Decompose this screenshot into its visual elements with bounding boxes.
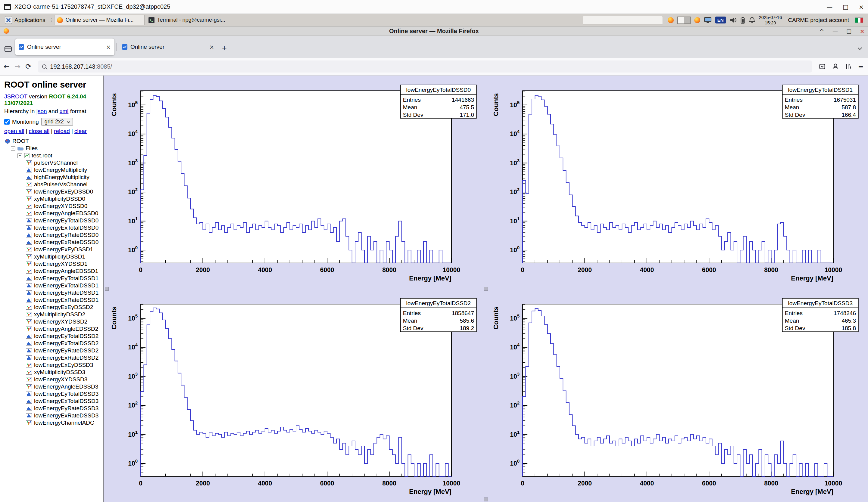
tab-overview-icon[interactable] (4, 45, 12, 53)
tree-item-lowEnergyExEyDSSD2[interactable]: lowEnergyExEyDSSD2 (4, 304, 103, 311)
action-link-clear[interactable]: clear (74, 128, 87, 134)
new-tab-button[interactable]: + (222, 44, 227, 53)
histogram-canvas[interactable]: 1001011021031041050200040006000800010000… (104, 289, 486, 502)
library-icon[interactable] (845, 63, 852, 70)
applications-menu-button[interactable]: Applications (2, 15, 48, 25)
splitter-handle[interactable] (484, 287, 488, 291)
tab-close-icon[interactable]: × (209, 44, 214, 50)
tree-item-lowEnergyXYDSSD2[interactable]: lowEnergyXYDSSD2 (4, 318, 103, 325)
list-all-tabs-button[interactable] (858, 45, 861, 51)
display-settings-icon[interactable] (704, 17, 712, 24)
tree-item-lowEnergyEyTotalDSSD2[interactable]: lowEnergyEyTotalDSSD2 (4, 333, 103, 340)
tree-item-lowEnergyExRateDSSD0[interactable]: lowEnergyExRateDSSD0 (4, 239, 103, 246)
stats-box[interactable]: lowEnergyEyTotalDSSD2Entries1858647Mean5… (401, 298, 476, 332)
tree-item-lowEnergyXYDSSD3[interactable]: lowEnergyXYDSSD3 (4, 376, 103, 383)
firefox-tray-icon[interactable] (668, 17, 674, 23)
action-link-reload[interactable]: reload (54, 128, 70, 134)
tree-node-root[interactable]: ROOT (4, 137, 103, 145)
collapse-toggle-icon[interactable]: − (11, 146, 16, 151)
tree-item-lowEnergyExEyDSSD1[interactable]: lowEnergyExEyDSSD1 (4, 246, 103, 253)
json-link[interactable]: json (37, 108, 47, 114)
tree-item-lowEnergyEyRateDSSD2[interactable]: lowEnergyEyRateDSSD2 (4, 347, 103, 354)
collapse-toggle-icon[interactable]: − (18, 154, 22, 158)
tree-item-lowEnergyExRateDSSD1[interactable]: lowEnergyExRateDSSD1 (4, 296, 103, 304)
tree-item-xyMultiplicityDSSD3[interactable]: xyMultiplicityDSSD3 (4, 369, 103, 376)
tree-item-lowEnergyXYDSSD0[interactable]: lowEnergyXYDSSD0 (4, 202, 103, 210)
plot-pad-4[interactable]: 1001011021031041050200040006000800010000… (486, 289, 868, 502)
plot-pad-2[interactable]: 1001011021031041050200040006000800010000… (486, 75, 868, 289)
tree-item-lowEnergyAngleEDSSD2[interactable]: lowEnergyAngleEDSSD2 (4, 325, 103, 333)
tree-item-lowEnergyExTotalDSSD0[interactable]: lowEnergyExTotalDSSD0 (4, 224, 103, 231)
histogram-canvas[interactable]: 1001011021031041050200040006000800010000… (104, 75, 486, 289)
tree-item-absPulserVsChannel[interactable]: absPulserVsChannel (4, 181, 103, 188)
tree-node-test-root[interactable]: −test.root (4, 152, 103, 159)
tree-item-lowEnergyExTotalDSSD1[interactable]: lowEnergyExTotalDSSD1 (4, 282, 103, 289)
save-page-icon[interactable] (819, 63, 826, 70)
firefox-minimize-button[interactable]: — (833, 28, 838, 34)
tree-item-lowEnergyAngleEDSSD3[interactable]: lowEnergyAngleEDSSD3 (4, 383, 103, 390)
splitter-handle[interactable] (105, 287, 109, 291)
tree-item-xyMultiplicityDSSD1[interactable]: xyMultiplicityDSSD1 (4, 253, 103, 260)
tree-item-lowEnergyEyRateDSSD3[interactable]: lowEnergyEyRateDSSD3 (4, 405, 103, 412)
x2go-minimize-button[interactable]: — (826, 3, 833, 11)
country-flag-icon[interactable] (855, 18, 863, 23)
x2go-close-button[interactable]: × (859, 3, 864, 11)
monitoring-checkbox[interactable] (4, 119, 10, 125)
titlebar-collapse-icon[interactable]: ^ (819, 28, 824, 34)
xml-link[interactable]: xml (60, 108, 69, 114)
tab-online-server-2[interactable]: Online server× (118, 39, 218, 55)
account-icon[interactable] (832, 63, 839, 70)
tree-item-lowEnergyXYDSSD1[interactable]: lowEnergyXYDSSD1 (4, 260, 103, 268)
stats-box[interactable]: lowEnergyEyTotalDSSD1Entries1675031Mean5… (783, 85, 858, 118)
tree-item-lowEnergyExTotalDSSD2[interactable]: lowEnergyExTotalDSSD2 (4, 340, 103, 347)
jsroot-link[interactable]: JSROOT (4, 93, 28, 100)
tree-item-lowEnergyEyTotalDSSD0[interactable]: lowEnergyEyTotalDSSD0 (4, 217, 103, 224)
tab-online-server-1[interactable]: Online server× (15, 39, 114, 55)
stats-box[interactable]: lowEnergyEyTotalDSSD3Entries1748246Mean4… (783, 298, 858, 332)
tree-item-lowEnergyEyTotalDSSD3[interactable]: lowEnergyEyTotalDSSD3 (4, 390, 103, 398)
tree-item-lowEnergyExRateDSSD2[interactable]: lowEnergyExRateDSSD2 (4, 354, 103, 362)
grid-layout-select[interactable]: grid 2x2 (41, 118, 73, 126)
tree-item-pulserVsChannel[interactable]: pulserVsChannel (4, 159, 103, 166)
tree-item-xyMultiplicityDSSD2[interactable]: xyMultiplicityDSSD2 (4, 311, 103, 318)
histogram-canvas[interactable]: 1001011021031041050200040006000800010000… (486, 75, 868, 289)
tree-item-lowEnergyEyRateDSSD1[interactable]: lowEnergyEyRateDSSD1 (4, 289, 103, 296)
splitter-handle[interactable] (484, 498, 488, 501)
forward-button[interactable]: → (14, 62, 20, 71)
histogram-canvas[interactable]: 1001011021031041050200040006000800010000… (486, 289, 868, 502)
tree-item-highEnergyMultiplicity[interactable]: highEnergyMultiplicity (4, 174, 103, 181)
tree-node-files[interactable]: −Files (4, 145, 103, 152)
clock[interactable]: 2025-07-16 15:29 (759, 15, 782, 25)
tree-item-lowEnergyEyRateDSSD0[interactable]: lowEnergyEyRateDSSD0 (4, 231, 103, 239)
stats-box[interactable]: lowEnergyEyTotalDSSD0Entries1441663Mean4… (401, 85, 476, 118)
tree-item-xyMultiplicityDSSD0[interactable]: xyMultiplicityDSSD0 (4, 195, 103, 202)
tree-item-lowEnergyAngleEDSSD1[interactable]: lowEnergyAngleEDSSD1 (4, 268, 103, 275)
tree-item-lowEnergyExTotalDSSD3[interactable]: lowEnergyExTotalDSSD3 (4, 398, 103, 405)
notifications-icon[interactable] (749, 17, 755, 24)
tree-item-lowEnergyExEyDSSD3[interactable]: lowEnergyExEyDSSD3 (4, 362, 103, 369)
tree-item-lowEnergyExEyDSSD0[interactable]: lowEnergyExEyDSSD0 (4, 188, 103, 195)
reload-button[interactable]: ⟳ (25, 62, 31, 71)
taskbar-window-button[interactable]: Terminal - npg@carme-gsi... (146, 15, 236, 25)
plot-pad-3[interactable]: 1001011021031041050200040006000800010000… (104, 289, 486, 502)
back-button[interactable]: ← (3, 62, 10, 71)
battery-icon[interactable] (740, 17, 745, 24)
action-link-open-all[interactable]: open all (4, 128, 24, 134)
language-indicator[interactable]: EN (715, 17, 726, 23)
tree-item-lowEnergyAngleEDSSD0[interactable]: lowEnergyAngleEDSSD0 (4, 210, 103, 217)
x2go-maximize-button[interactable]: □ (843, 3, 848, 11)
panel-separator[interactable] (50, 15, 52, 25)
firefox-maximize-button[interactable]: □ (846, 28, 851, 34)
tree-item-lowEnergyChannelADC[interactable]: lowEnergyChannelADC (4, 419, 103, 427)
plot-pad-1[interactable]: 1001011021031041050200040006000800010000… (104, 75, 486, 289)
url-bar[interactable]: 192.168.207.143:8085/ (38, 61, 812, 73)
volume-icon[interactable] (730, 17, 737, 23)
tree-item-lowEnergyMultiplicity[interactable]: lowEnergyMultiplicity (4, 166, 103, 174)
menu-icon[interactable]: ≡ (858, 62, 863, 71)
tab-close-icon[interactable]: × (106, 44, 111, 50)
workspace-switcher[interactable] (678, 17, 691, 24)
taskbar-window-button[interactable]: Online server — Mozilla Fi... (54, 15, 145, 25)
firefox-close-button[interactable]: × (860, 28, 865, 34)
tree-item-lowEnergyEyTotalDSSD1[interactable]: lowEnergyEyTotalDSSD1 (4, 275, 103, 282)
action-link-close-all[interactable]: close all (29, 128, 50, 134)
